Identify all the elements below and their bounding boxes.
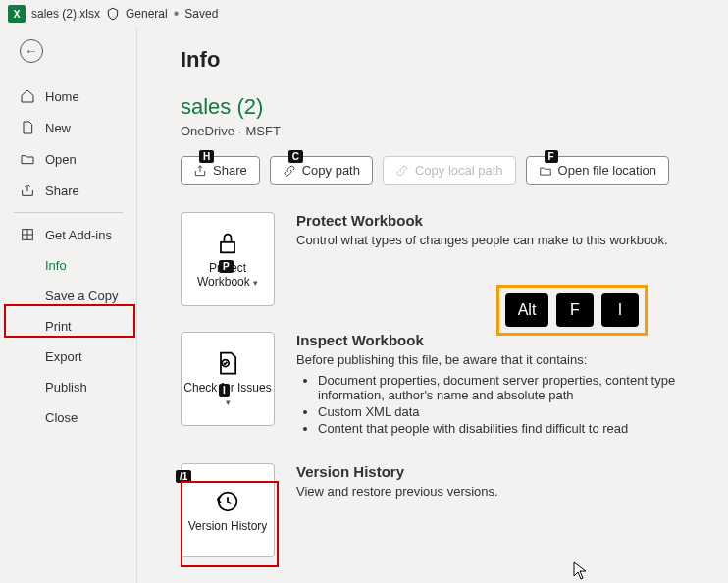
nav-open-label: Open bbox=[45, 152, 77, 167]
nav-publish-label: Publish bbox=[45, 380, 87, 395]
share-icon bbox=[193, 164, 207, 178]
link-icon bbox=[395, 164, 409, 178]
nav-home[interactable]: Home bbox=[0, 80, 136, 112]
nav-divider bbox=[14, 212, 123, 213]
nav-get-addins[interactable]: Get Add-ins bbox=[0, 219, 136, 250]
shield-icon bbox=[106, 7, 120, 21]
nav-close-label: Close bbox=[45, 410, 78, 425]
document-location: OneDrive - MSFT bbox=[181, 124, 712, 138]
chevron-down-icon: ▾ bbox=[226, 398, 231, 407]
nav-info-label: Info bbox=[45, 258, 67, 273]
key-alt: Alt bbox=[505, 293, 548, 327]
svg-rect-1 bbox=[221, 241, 234, 252]
back-button[interactable]: ← bbox=[20, 39, 43, 63]
share-button[interactable]: H Share bbox=[181, 156, 260, 185]
key-f: F bbox=[556, 293, 594, 327]
nav-savecopy-label: Save a Copy bbox=[45, 289, 118, 303]
protect-title: Protect Workbook bbox=[296, 212, 712, 229]
keyboard-shortcut-overlay: Alt F I bbox=[496, 285, 648, 336]
nav-save-copy[interactable]: Save a Copy bbox=[0, 281, 136, 311]
keytip-protect: P bbox=[219, 260, 234, 273]
keytip-history: /1 bbox=[176, 470, 191, 483]
nav-open[interactable]: Open bbox=[0, 143, 136, 175]
home-icon bbox=[20, 88, 35, 104]
protect-text: Control what types of changes people can… bbox=[296, 233, 712, 247]
open-folder-icon bbox=[20, 151, 35, 167]
action-button-row: H Share C Copy path Copy local path F Op… bbox=[181, 156, 712, 185]
inspect-intro: Before publishing this file, be aware th… bbox=[296, 352, 712, 367]
share-arrow-icon bbox=[20, 183, 35, 198]
open-loc-label: Open file location bbox=[558, 163, 656, 178]
keytip-issues: I bbox=[219, 384, 230, 397]
inspect-item: Document properties, document server pro… bbox=[318, 373, 712, 402]
inspect-list: Document properties, document server pro… bbox=[318, 373, 712, 436]
titlebar-separator: • bbox=[174, 5, 180, 23]
mouse-cursor-icon bbox=[573, 561, 589, 583]
key-i: I bbox=[601, 293, 639, 327]
copy-local-path-button: Copy local path bbox=[383, 156, 516, 185]
titlebar-status: Saved bbox=[184, 7, 218, 21]
back-arrow-icon: ← bbox=[25, 43, 38, 59]
inspect-workbook-section: I Check for Issues ▾ Inspect Workbook Be… bbox=[181, 332, 712, 438]
addins-icon bbox=[20, 227, 35, 242]
nav-publish[interactable]: Publish bbox=[0, 372, 136, 402]
nav-new[interactable]: New bbox=[0, 112, 136, 143]
nav-home-label: Home bbox=[45, 89, 79, 104]
nav-addins-label: Get Add-ins bbox=[45, 228, 112, 242]
keytip-copypath: C bbox=[288, 150, 303, 163]
nav-share-label: Share bbox=[45, 184, 79, 198]
backstage-sidebar: ← Home New Open Share Get Add-ins Info S… bbox=[0, 27, 137, 583]
check-issues-tile[interactable]: I Check for Issues ▾ bbox=[181, 332, 275, 426]
titlebar-filename: sales (2).xlsx bbox=[31, 7, 100, 21]
keytip-share: H bbox=[199, 150, 214, 163]
copy-local-path-label: Copy local path bbox=[415, 163, 503, 178]
excel-app-icon: X bbox=[8, 5, 26, 23]
version-history-tile[interactable]: /1 Version History bbox=[181, 463, 275, 557]
version-history-section: /1 Version History Version History View … bbox=[181, 463, 712, 557]
titlebar: X sales (2).xlsx General • Saved bbox=[0, 0, 728, 27]
nav-export[interactable]: Export bbox=[0, 342, 136, 372]
nav-share[interactable]: Share bbox=[0, 175, 136, 206]
history-title: Version History bbox=[296, 463, 712, 480]
link-icon bbox=[283, 164, 296, 178]
document-check-icon bbox=[214, 349, 241, 377]
inspect-item: Custom XML data bbox=[318, 404, 712, 419]
new-doc-icon bbox=[20, 120, 35, 135]
inspect-item: Content that people with disabilities fi… bbox=[318, 421, 712, 436]
clock-history-icon bbox=[214, 488, 241, 515]
open-file-location-button[interactable]: F Open file location bbox=[526, 156, 669, 185]
share-button-label: Share bbox=[213, 163, 247, 178]
copy-path-label: Copy path bbox=[302, 163, 360, 178]
chevron-down-icon: ▾ bbox=[253, 278, 258, 288]
lock-icon bbox=[214, 230, 241, 257]
protect-workbook-tile[interactable]: P Protect Workbook ▾ bbox=[181, 212, 275, 306]
keytip-openloc: F bbox=[545, 150, 558, 163]
page-title: Info bbox=[181, 47, 712, 73]
nav-new-label: New bbox=[45, 121, 71, 135]
nav-export-label: Export bbox=[45, 349, 82, 364]
folder-icon bbox=[539, 164, 552, 178]
nav-print-label: Print bbox=[45, 319, 72, 334]
copy-path-button[interactable]: C Copy path bbox=[270, 156, 373, 185]
history-tile-label: Version History bbox=[188, 519, 268, 533]
history-text: View and restore previous versions. bbox=[296, 484, 712, 499]
nav-info[interactable]: Info bbox=[0, 250, 136, 281]
nav-close[interactable]: Close bbox=[0, 402, 136, 433]
titlebar-sensitivity: General bbox=[126, 7, 168, 21]
nav-print[interactable]: Print bbox=[0, 311, 136, 342]
document-name: sales (2) bbox=[181, 94, 712, 120]
